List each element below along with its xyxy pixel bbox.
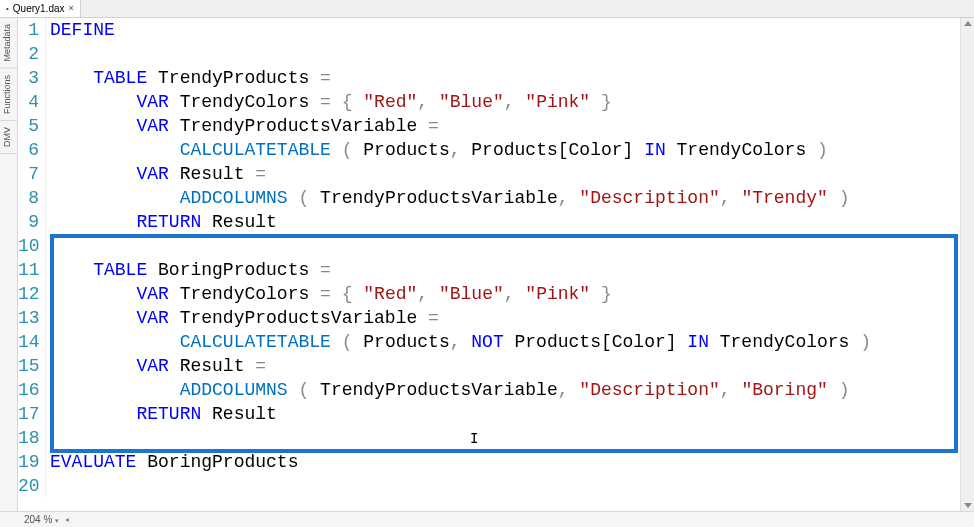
code-content[interactable]: CALCULATETABLE ( Products, NOT Products[… (46, 330, 974, 354)
token-operator: = (320, 92, 331, 112)
token-identifier (50, 380, 180, 400)
code-line[interactable]: 9 RETURN Result (18, 210, 974, 234)
code-content[interactable]: CALCULATETABLE ( Products, Products[Colo… (46, 138, 974, 162)
token-identifier: TrendyProducts (147, 68, 320, 88)
token-identifier: Result (201, 404, 277, 424)
code-line[interactable]: 15 VAR Result = (18, 354, 974, 378)
token-keyword: RETURN (136, 404, 201, 424)
code-line[interactable]: 18 (18, 426, 974, 450)
token-keyword: VAR (136, 356, 168, 376)
code-content[interactable]: VAR TrendyProductsVariable = (46, 306, 974, 330)
side-tab-functions[interactable]: Functions (0, 69, 17, 121)
token-identifier (50, 212, 136, 232)
code-line[interactable]: 4 VAR TrendyColors = { "Red", "Blue", "P… (18, 90, 974, 114)
line-number: 17 (18, 402, 46, 426)
file-tab[interactable]: • Query1.dax × (0, 0, 81, 17)
token-operator: = (428, 308, 439, 328)
token-function: CALCULATETABLE (180, 332, 331, 352)
token-operator: = (320, 260, 331, 280)
line-number: 13 (18, 306, 46, 330)
token-string: "Pink" (525, 92, 590, 112)
line-number: 1 (18, 18, 46, 42)
token-keyword: EVALUATE (50, 452, 136, 472)
vertical-scrollbar[interactable] (960, 18, 974, 511)
token-operator: { (342, 92, 364, 112)
code-content[interactable]: RETURN Result (46, 210, 974, 234)
token-identifier: Products[Color] (461, 140, 645, 160)
code-editor[interactable]: 1DEFINE23 TABLE TrendyProducts =4 VAR Tr… (18, 18, 974, 511)
token-identifier (50, 140, 180, 160)
code-line[interactable]: 12 VAR TrendyColors = { "Red", "Blue", "… (18, 282, 974, 306)
code-content[interactable]: ADDCOLUMNS ( TrendyProductsVariable, "De… (46, 378, 974, 402)
code-line[interactable]: 20 (18, 474, 974, 498)
code-content[interactable] (46, 426, 974, 450)
side-tab-dmv[interactable]: DMV (0, 121, 17, 154)
token-identifier (828, 380, 839, 400)
code-line[interactable]: 5 VAR TrendyProductsVariable = (18, 114, 974, 138)
token-operator: ) (817, 140, 828, 160)
code-content[interactable]: RETURN Result (46, 402, 974, 426)
code-line[interactable]: 3 TABLE TrendyProducts = (18, 66, 974, 90)
token-identifier: TrendyProductsVariable (169, 308, 428, 328)
token-function: CALCULATETABLE (180, 140, 331, 160)
code-line[interactable]: 8 ADDCOLUMNS ( TrendyProductsVariable, "… (18, 186, 974, 210)
chevron-left-icon[interactable]: ◂ (65, 515, 69, 524)
token-identifier: Result (201, 212, 277, 232)
code-line[interactable]: 6 CALCULATETABLE ( Products, Products[Co… (18, 138, 974, 162)
code-line[interactable]: 14 CALCULATETABLE ( Products, NOT Produc… (18, 330, 974, 354)
token-keyword: VAR (136, 308, 168, 328)
code-content[interactable]: TABLE BoringProducts = (46, 258, 974, 282)
code-line[interactable]: 13 VAR TrendyProductsVariable = (18, 306, 974, 330)
line-number: 12 (18, 282, 46, 306)
line-number: 9 (18, 210, 46, 234)
token-keyword: VAR (136, 92, 168, 112)
token-operator: ( (342, 140, 353, 160)
code-line[interactable]: 2 (18, 42, 974, 66)
tab-bar: • Query1.dax × (0, 0, 974, 18)
code-content[interactable]: TABLE TrendyProducts = (46, 66, 974, 90)
token-operator: ( (298, 380, 309, 400)
token-identifier (50, 308, 136, 328)
token-string: "Red" (363, 92, 417, 112)
code-content[interactable]: EVALUATE BoringProducts (46, 450, 974, 474)
code-content[interactable] (46, 474, 974, 498)
code-line[interactable]: 19EVALUATE BoringProducts (18, 450, 974, 474)
token-keyword: IN (644, 140, 666, 160)
token-identifier: BoringProducts (136, 452, 298, 472)
code-content[interactable] (46, 234, 974, 258)
token-operator: , (504, 284, 526, 304)
token-operator: = (255, 356, 266, 376)
code-content[interactable]: VAR TrendyColors = { "Red", "Blue", "Pin… (46, 282, 974, 306)
line-number: 7 (18, 162, 46, 186)
token-keyword: NOT (471, 332, 503, 352)
code-line[interactable]: 11 TABLE BoringProducts = (18, 258, 974, 282)
token-keyword: TABLE (93, 260, 147, 280)
status-bar: 204 % ◂ (0, 511, 974, 527)
code-line[interactable]: 17 RETURN Result (18, 402, 974, 426)
code-content[interactable]: VAR TrendyColors = { "Red", "Blue", "Pin… (46, 90, 974, 114)
code-content[interactable]: DEFINE (46, 18, 974, 42)
code-line[interactable]: 7 VAR Result = (18, 162, 974, 186)
side-tab-metadata[interactable]: Metadata (0, 18, 17, 69)
token-string: "Red" (363, 284, 417, 304)
zoom-dropdown[interactable]: 204 % (24, 514, 59, 525)
line-number: 2 (18, 42, 46, 66)
token-keyword: VAR (136, 164, 168, 184)
code-content[interactable]: VAR Result = (46, 162, 974, 186)
token-identifier: Result (169, 356, 255, 376)
token-identifier: TrendyColors (666, 140, 817, 160)
token-identifier (50, 68, 93, 88)
code-line[interactable]: 16 ADDCOLUMNS ( TrendyProductsVariable, … (18, 378, 974, 402)
code-content[interactable]: ADDCOLUMNS ( TrendyProductsVariable, "De… (46, 186, 974, 210)
token-keyword: IN (687, 332, 709, 352)
token-operator: { (342, 284, 364, 304)
code-line[interactable]: 10 (18, 234, 974, 258)
line-number: 14 (18, 330, 46, 354)
code-content[interactable] (46, 42, 974, 66)
code-content[interactable]: VAR Result = (46, 354, 974, 378)
token-operator: = (320, 68, 331, 88)
code-line[interactable]: 1DEFINE (18, 18, 974, 42)
token-identifier (50, 188, 180, 208)
close-icon[interactable]: × (69, 4, 74, 13)
code-content[interactable]: VAR TrendyProductsVariable = (46, 114, 974, 138)
